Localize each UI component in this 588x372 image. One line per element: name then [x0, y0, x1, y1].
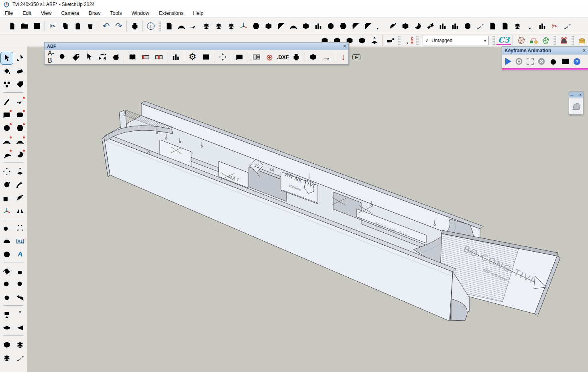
screw-abf-button[interactable]: ABF — [402, 35, 415, 46]
previous-view-tool[interactable] — [14, 292, 26, 304]
frame-red-button[interactable] — [557, 35, 570, 46]
toolbar-grip[interactable] — [159, 21, 161, 31]
close-icon[interactable]: × — [579, 93, 582, 97]
flip-tool[interactable] — [14, 205, 26, 217]
plugin-angle-tool-button[interactable] — [374, 19, 387, 33]
box-3d-button[interactable] — [307, 50, 320, 64]
stone-tool-button[interactable] — [515, 35, 527, 46]
abf-titlebar[interactable]: ABF × — [45, 43, 348, 50]
plugin-stairs-arrow-button[interactable] — [561, 19, 573, 33]
cut-button[interactable]: ✂ — [47, 19, 59, 33]
paste-button[interactable] — [71, 19, 84, 33]
print-button[interactable] — [128, 19, 141, 33]
plugin-cylinder-slats-button[interactable] — [461, 19, 474, 33]
plugin-layers-gear-tool[interactable] — [14, 339, 26, 351]
position-camera-tool[interactable] — [1, 309, 13, 321]
delete-keyframes-button[interactable] — [537, 57, 545, 65]
model-viewport[interactable]: VI MÁT 15 xÀ AN NK TIVI solutions MÁT NK… — [27, 47, 588, 372]
redo-button[interactable]: ↷ — [112, 19, 125, 33]
layout-panels-button[interactable] — [250, 50, 263, 64]
plugin-box-frame-button[interactable] — [399, 19, 411, 33]
menu-extensions[interactable]: Extensions — [159, 10, 183, 16]
save-button[interactable] — [31, 19, 43, 33]
plugin-section-offset-button[interactable] — [387, 19, 399, 33]
plugin-pipe-bend-button[interactable] — [275, 19, 287, 33]
freehand-tool[interactable] — [14, 96, 26, 108]
rotated-rectangle-tool[interactable] — [14, 109, 26, 121]
plugin-polyhedron-button[interactable] — [337, 19, 349, 33]
plugin-fold-page-button[interactable] — [486, 19, 498, 33]
plugin-columns-button[interactable] — [436, 19, 449, 33]
panel-mid-button[interactable] — [152, 50, 165, 64]
plugin-screw-button[interactable] — [523, 19, 536, 33]
plugin-chamfer-corner-button[interactable] — [362, 19, 374, 33]
open-folder-button[interactable] — [18, 19, 31, 33]
toolbar-grip[interactable] — [572, 36, 574, 45]
plugin-layers-export-tool[interactable] — [1, 352, 13, 364]
select-tool[interactable] — [1, 52, 13, 64]
menu-window[interactable]: Window — [131, 10, 149, 16]
dimension-tool[interactable] — [14, 222, 26, 234]
zoom-window-tool[interactable] — [14, 278, 26, 291]
refresh-button[interactable] — [109, 50, 122, 64]
plugin-polygon-dashed-button[interactable] — [250, 19, 262, 33]
chest-button[interactable] — [576, 35, 588, 46]
close-icon[interactable]: × — [583, 48, 586, 53]
tape-measure-tool[interactable] — [1, 222, 13, 234]
pan-tool[interactable] — [14, 265, 26, 277]
tag-tool[interactable] — [14, 79, 26, 91]
arc-tool[interactable] — [1, 148, 13, 161]
arrow-right-button[interactable]: → — [320, 50, 333, 64]
paint-bucket-tool[interactable] — [1, 65, 13, 77]
camera-object-button[interactable] — [384, 35, 397, 46]
plugin-page-arrow-button[interactable] — [498, 19, 511, 33]
eye-style-tool[interactable] — [14, 322, 26, 334]
polygon-tool[interactable] — [14, 122, 26, 134]
dxf-export-button[interactable]: .DXF — [276, 54, 290, 60]
new-document-button[interactable] — [6, 19, 18, 33]
box-flat-button[interactable] — [356, 35, 368, 46]
3d-text-tool[interactable]: A — [14, 248, 26, 260]
menu-file[interactable]: File — [5, 10, 13, 16]
plugin-flatten-gear-tool[interactable] — [14, 352, 26, 364]
two-point-arc-tool[interactable] — [1, 135, 13, 147]
plugin-spray-button[interactable] — [424, 19, 436, 33]
plugin-notes-button[interactable] — [163, 19, 175, 33]
book-button[interactable] — [126, 50, 139, 64]
menu-camera[interactable]: Camera — [61, 10, 79, 16]
move-tool[interactable] — [1, 165, 13, 177]
face-shape-button[interactable] — [571, 101, 581, 111]
rectangle-tool[interactable] — [1, 109, 13, 121]
undo-button[interactable]: ↶ — [100, 19, 112, 33]
ab-label-button[interactable]: A-B — [46, 50, 56, 64]
plugin-layers-red-button[interactable] — [212, 19, 225, 33]
delete-button[interactable] — [84, 19, 96, 33]
help-button[interactable]: ? — [574, 58, 580, 65]
play-animation-button[interactable] — [505, 58, 511, 65]
mesh-gem-button[interactable] — [539, 35, 552, 46]
find-button[interactable] — [56, 50, 69, 64]
plugin-cone-unwrap-button[interactable] — [411, 19, 424, 33]
tag-add-button[interactable] — [69, 50, 82, 64]
components-tool[interactable] — [1, 79, 13, 91]
orbit-tool[interactable] — [1, 265, 13, 277]
protractor-tool[interactable] — [1, 235, 13, 247]
lasso-tool[interactable] — [14, 52, 26, 64]
plugin-beam-button[interactable] — [312, 19, 324, 33]
select-keyframes-button[interactable] — [527, 58, 534, 65]
plugin-face-tool-button[interactable] — [262, 19, 275, 33]
record-keyframe-button[interactable] — [515, 57, 523, 65]
select-black-button[interactable] — [82, 50, 96, 64]
plugin-column-base-button[interactable] — [536, 19, 548, 33]
comp ass-tool[interactable] — [1, 248, 13, 260]
three-point-arc-tool[interactable] — [14, 135, 26, 147]
mirror-button[interactable] — [96, 50, 109, 64]
toolbar-grip[interactable] — [416, 36, 419, 45]
plugin-layers-color-button[interactable] — [225, 19, 237, 33]
pie-tool[interactable] — [14, 148, 26, 161]
table-button[interactable] — [199, 50, 212, 64]
plugin-arc-add-button[interactable] — [175, 19, 187, 33]
plugin-box-export-tool[interactable] — [1, 339, 13, 351]
follow-me-tool[interactable] — [14, 179, 26, 191]
push-pull-tool[interactable] — [14, 165, 26, 177]
